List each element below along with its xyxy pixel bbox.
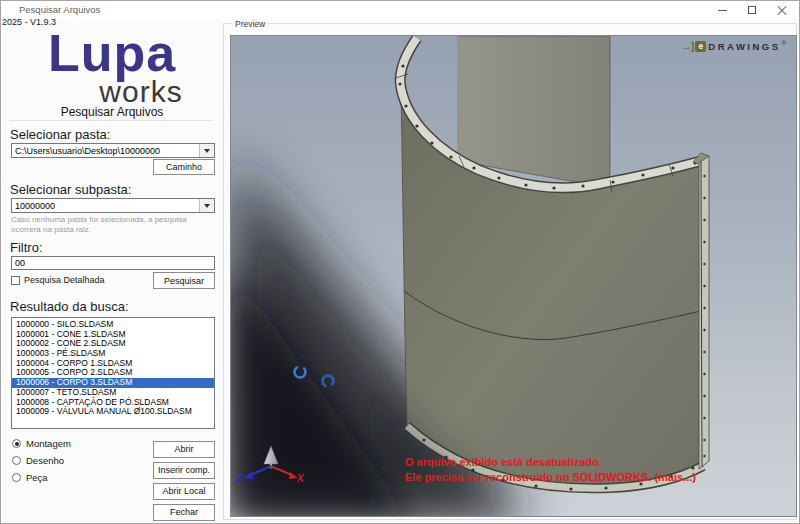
- detailed-search-checkbox-row[interactable]: Pesquisa Detalhada: [11, 275, 105, 285]
- subfolder-combobox-dropdown[interactable]: [199, 199, 214, 212]
- outdated-warning: O arquivo exibido está desatualizado. El…: [405, 455, 696, 485]
- file-type-radiogroup: MontagemDesenhoPeça: [12, 438, 71, 482]
- open-location-button[interactable]: Abrir Local: [153, 483, 215, 500]
- folder-combobox[interactable]: C:\Users\usuario\Desktop\10000000: [11, 143, 215, 158]
- radio-montagem-label: Montagem: [26, 438, 71, 449]
- preview-groupbox: Preview: [223, 23, 797, 520]
- detailed-search-checkbox[interactable]: [11, 276, 20, 285]
- list-item[interactable]: 1000009 - VÁLVULA MANUAL Ø100.SLDASM: [12, 407, 214, 417]
- outdated-warning-line2[interactable]: Ele precisa ser reconstruído no SOLIDWOR…: [405, 470, 696, 485]
- detailed-search-label: Pesquisa Detalhada: [24, 275, 105, 285]
- edrawings-e-icon: e: [695, 41, 706, 52]
- radio-montagem-circle[interactable]: [12, 439, 21, 448]
- logo-works: works: [1, 75, 223, 109]
- registered-mark: ®: [782, 40, 786, 46]
- titlebar: Pesquisar Arquivos: [1, 1, 799, 19]
- insert-component-button[interactable]: Inserir comp.: [153, 462, 215, 479]
- preview-3d-viewport[interactable]: Z X →] e DRAWINGS ® O arquivo exibido es…: [230, 35, 797, 517]
- radio-montagem[interactable]: Montagem: [12, 438, 71, 448]
- window-controls: [707, 1, 797, 19]
- subfolder-hint: Caso nenhuma pasta for selecionada, a pe…: [11, 215, 213, 234]
- triad-x-label: X: [296, 473, 305, 484]
- subfolder-combobox-value: 10000000: [12, 201, 199, 211]
- app-window: Pesquisar Arquivos 2025 - V1.9.3 Lupa wo…: [0, 0, 800, 524]
- subfolder-combobox[interactable]: 10000000: [11, 198, 215, 213]
- radio-peca-label: Peça: [26, 472, 48, 483]
- logo-subtitle: Pesquisar Arquivos: [1, 105, 223, 119]
- open-button[interactable]: Abrir: [153, 441, 215, 458]
- radio-desenho-circle[interactable]: [12, 456, 21, 465]
- maximize-icon: [748, 6, 756, 14]
- preview-3d-model[interactable]: Z X: [231, 36, 797, 517]
- window-title: Pesquisar Arquivos: [19, 4, 100, 15]
- edrawings-name: DRAWINGS: [708, 41, 780, 52]
- chevron-down-icon: [204, 149, 210, 153]
- minimize-icon: [718, 10, 727, 11]
- filter-input[interactable]: [11, 256, 215, 270]
- radio-peca-circle[interactable]: [12, 473, 21, 482]
- radio-desenho[interactable]: Desenho: [12, 455, 71, 465]
- edrawings-arrow-icon: →]: [681, 40, 694, 52]
- filter-label: Filtro:: [10, 240, 43, 255]
- subfolder-label: Selecionar subpasta:: [10, 182, 131, 197]
- path-button[interactable]: Caminho: [153, 159, 215, 175]
- close-button[interactable]: [767, 1, 797, 19]
- chevron-down-icon: [204, 204, 210, 208]
- preview-label: Preview: [232, 19, 268, 29]
- radio-peca[interactable]: Peça: [12, 472, 71, 482]
- close-icon: [777, 5, 787, 15]
- radio-desenho-label: Desenho: [26, 455, 64, 466]
- results-label: Resultado da busca:: [10, 299, 129, 314]
- search-button[interactable]: Pesquisar: [153, 272, 215, 289]
- folder-combobox-dropdown[interactable]: [199, 144, 214, 157]
- maximize-button[interactable]: [737, 1, 767, 19]
- outdated-warning-line1: O arquivo exibido está desatualizado.: [405, 455, 696, 470]
- close-dialog-button[interactable]: Fechar: [153, 504, 215, 521]
- logo-lupa: Lupa: [1, 23, 223, 83]
- results-list[interactable]: 1000000 - SILO.SLDASM1000001 - CONE 1.SL…: [11, 317, 215, 429]
- edrawings-logo: →] e DRAWINGS ®: [681, 40, 786, 52]
- triad-z-label: Z: [235, 473, 243, 484]
- folder-combobox-value: C:\Users\usuario\Desktop\10000000: [12, 146, 199, 156]
- logo-divider: [9, 120, 213, 121]
- minimize-button[interactable]: [707, 1, 737, 19]
- folder-label: Selecionar pasta:: [10, 127, 110, 142]
